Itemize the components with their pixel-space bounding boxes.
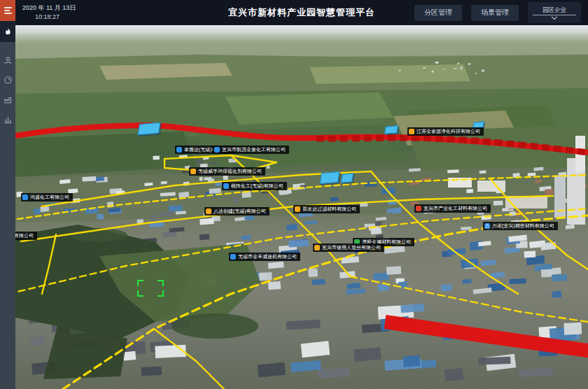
park-enterprise-dropdown[interactable]: 园区企业 bbox=[528, 2, 581, 23]
sidebar-item-enterprise[interactable] bbox=[0, 90, 15, 109]
dropdown-label: 园区企业 bbox=[542, 6, 566, 14]
sidebar-item-monitoring[interactable] bbox=[0, 70, 15, 90]
gauge-icon bbox=[4, 76, 13, 85]
company-marker-icon bbox=[223, 183, 229, 189]
company-label-text: 江苏金泰源净化科技有限公司 bbox=[416, 127, 480, 136]
bar-chart-icon bbox=[4, 115, 13, 124]
scene-management-button[interactable]: 场景管理 bbox=[471, 5, 519, 21]
factory-icon bbox=[4, 95, 13, 104]
map-3d-view[interactable]: 鸿盛化工有限公司宜兴市国信防火材料有限公司泰雅达(无锡)有限公司宜兴市凯茂金曼化… bbox=[15, 25, 588, 389]
company-label[interactable]: 普发达过滤材料有限公司 bbox=[293, 205, 360, 213]
datetime-block: 2020 年 11 月 13日 10:18:27 bbox=[15, 3, 120, 22]
company-marker-icon bbox=[314, 245, 320, 250]
company-label[interactable]: 宜兴市银燕人造丝有限公司 bbox=[313, 243, 384, 252]
3d-model-marker[interactable] bbox=[341, 173, 354, 183]
selection-target-box bbox=[137, 280, 164, 297]
3d-model-marker[interactable] bbox=[384, 125, 398, 134]
sidebar-item-statistics[interactable] bbox=[0, 109, 15, 129]
sidebar bbox=[0, 0, 15, 389]
company-marker-icon bbox=[295, 206, 300, 212]
3d-model-marker[interactable] bbox=[137, 122, 160, 136]
app-window: 2020 年 11 月 13日 10:18:27 宜兴市新材料产业园智慧管理平台… bbox=[0, 0, 588, 389]
company-marker-icon bbox=[206, 208, 211, 214]
flame-icon bbox=[4, 27, 13, 36]
company-label-text: 宜兴市凯茂金曼化工有限公司 bbox=[222, 146, 286, 154]
top-bar: 2020 年 11 月 13日 10:18:27 宜兴市新材料产业园智慧管理平台… bbox=[15, 0, 588, 25]
company-label-text: 普发达过滤材料有限公司 bbox=[302, 205, 356, 213]
company-label[interactable]: 八达创建(无锡)有限公司 bbox=[204, 207, 270, 215]
sidebar-item-fire-alarm[interactable] bbox=[0, 21, 15, 42]
user-icon bbox=[4, 56, 13, 65]
company-label-text: 鸿盛化工有限公司 bbox=[30, 193, 69, 201]
company-label[interactable]: 鸿盛化工有限公司 bbox=[21, 193, 73, 201]
company-label-text: 宜兴市产业化工材料有限公司 bbox=[424, 204, 487, 213]
company-marker-icon bbox=[190, 169, 196, 174]
company-marker-icon: 力 bbox=[484, 223, 490, 229]
company-label-text: 宜兴市国信防火材料有限公司 bbox=[15, 232, 34, 240]
company-marker-icon bbox=[230, 254, 236, 260]
company-label-text: 八达创建(无锡)有限公司 bbox=[214, 207, 266, 215]
header-actions: 分区管理 场景管理 园区企业 bbox=[414, 2, 588, 23]
company-label[interactable]: 无锡市金丰减速机有限公司 bbox=[229, 253, 300, 261]
company-label-text: 无锡市金丰减速机有限公司 bbox=[238, 253, 297, 261]
3d-model-marker[interactable] bbox=[319, 171, 340, 184]
company-label-text: 力诺(宜兴)精密材料有限公司 bbox=[492, 222, 554, 230]
company-label[interactable]: 宜兴市国信防火材料有限公司 bbox=[15, 232, 37, 240]
company-marker-icon bbox=[214, 147, 220, 153]
company-marker-icon bbox=[409, 129, 414, 134]
company-label[interactable]: 横田化工(无锡)有限公司 bbox=[222, 182, 287, 190]
menu-icon bbox=[4, 7, 12, 14]
company-label-text: 宜兴市银燕人造丝有限公司 bbox=[322, 243, 381, 252]
sidebar-item-personnel[interactable] bbox=[0, 50, 15, 70]
company-label[interactable]: 宜兴市产业化工材料有限公司 bbox=[414, 204, 491, 213]
company-label[interactable]: 力力诺(宜兴)精密材料有限公司 bbox=[483, 222, 558, 230]
company-marker-icon bbox=[176, 147, 182, 153]
company-label-text: 横田化工(无锡)有限公司 bbox=[231, 182, 284, 190]
zone-management-button[interactable]: 分区管理 bbox=[414, 5, 462, 21]
company-label[interactable]: 宜兴市凯茂金曼化工有限公司 bbox=[213, 146, 289, 154]
company-label[interactable]: 无锡威孚环保催化剂有限公司 bbox=[189, 167, 265, 176]
company-marker-icon bbox=[22, 194, 28, 200]
current-date: 2020 年 11 月 13日 bbox=[22, 3, 120, 13]
current-time: 10:18:27 bbox=[22, 13, 120, 22]
company-marker-icon bbox=[416, 206, 421, 211]
company-label-text: 无锡威孚环保催化剂有限公司 bbox=[198, 167, 262, 176]
sidebar-item-main-menu[interactable] bbox=[0, 0, 15, 21]
company-label[interactable]: 江苏金泰源净化科技有限公司 bbox=[407, 127, 484, 136]
